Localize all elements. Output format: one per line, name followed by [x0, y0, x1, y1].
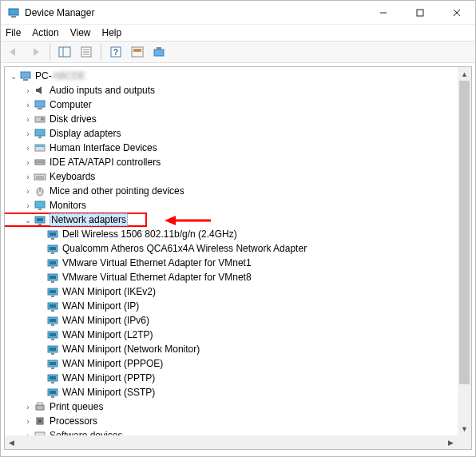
caret-collapsed-icon[interactable]: ›	[22, 187, 34, 196]
node-monitors[interactable]: › Monitors	[5, 198, 458, 213]
node-processors[interactable]: › Processors	[5, 414, 458, 428]
node-label: WAN Miniport (PPPOE)	[62, 358, 163, 369]
caret-collapsed-icon[interactable]: ›	[22, 403, 34, 411]
node-network-item[interactable]: VMware Virtual Ethernet Adapter for VMne…	[5, 270, 458, 284]
node-network-adapters[interactable]: ⌄ Network adapters	[5, 213, 147, 227]
node-network-item[interactable]: WAN Miniport (IPv6)	[5, 313, 458, 328]
node-disk[interactable]: › Disk drives	[5, 112, 458, 126]
ide-icon	[34, 156, 46, 169]
svg-rect-59	[51, 324, 54, 326]
svg-rect-24	[35, 129, 45, 136]
cpu-icon	[34, 415, 46, 427]
node-network-item[interactable]: WAN Miniport (IP)	[5, 299, 458, 313]
svg-rect-76	[36, 405, 44, 410]
scroll-up-icon[interactable]: ▲	[458, 67, 471, 81]
node-ide[interactable]: › IDE ATA/ATAPI controllers	[5, 155, 458, 169]
scan-button[interactable]	[128, 43, 147, 61]
node-software-devices[interactable]: › Software devices	[5, 428, 458, 435]
svg-rect-77	[38, 403, 42, 405]
node-network-item[interactable]: WAN Miniport (PPPOE)	[5, 356, 458, 371]
window-title: Device Manager	[25, 7, 365, 18]
caret-expanded-icon[interactable]: ⌄	[22, 216, 34, 225]
network-adapter-icon	[46, 228, 59, 240]
menu-help[interactable]: Help	[102, 27, 122, 38]
toolbar-separator	[50, 44, 50, 60]
caret-collapsed-icon[interactable]: ›	[22, 86, 34, 95]
help-button[interactable]: ?	[106, 43, 125, 61]
caret-collapsed-icon[interactable]: ›	[22, 417, 34, 426]
node-network-item[interactable]: WAN Miniport (PPTP)	[5, 371, 458, 385]
svg-rect-69	[50, 362, 56, 365]
minimize-button[interactable]	[365, 1, 402, 25]
vertical-scrollbar[interactable]: ▲ ▼	[458, 67, 471, 435]
node-label: Keyboards	[50, 171, 95, 182]
forward-button[interactable]	[26, 43, 45, 61]
node-network-item[interactable]: WAN Miniport (SSTP)	[5, 385, 458, 399]
node-root[interactable]: ⌄ PC- ABCDE	[5, 69, 458, 83]
node-network-item[interactable]: WAN Miniport (Network Monitor)	[5, 342, 458, 356]
scan-hardware-button[interactable]	[149, 43, 169, 61]
caret-collapsed-icon[interactable]: ›	[22, 173, 34, 181]
node-network-item[interactable]: Qualcomm Atheros QCA61x4A Wireless Netwo…	[5, 241, 458, 256]
node-keyboards[interactable]: › Keyboards	[5, 169, 458, 184]
properties-button[interactable]	[77, 43, 96, 61]
network-adapter-icon	[46, 300, 59, 312]
scroll-down-icon[interactable]: ▼	[458, 422, 471, 435]
computer-icon	[34, 98, 46, 111]
menu-file[interactable]: File	[6, 27, 21, 38]
svg-rect-42	[50, 232, 56, 236]
caret-collapsed-icon[interactable]: ›	[22, 101, 34, 109]
svg-rect-54	[50, 290, 56, 293]
caret-collapsed-icon[interactable]: ›	[22, 201, 34, 210]
scroll-track[interactable]	[458, 81, 471, 422]
node-hid[interactable]: › Human Interface Devices	[5, 141, 458, 155]
svg-rect-15	[133, 49, 141, 52]
network-adapter-icon	[46, 328, 59, 341]
svg-rect-35	[35, 201, 45, 208]
caret-collapsed-icon[interactable]: ›	[22, 129, 34, 138]
node-print-queues[interactable]: › Print queues	[5, 399, 458, 414]
back-button[interactable]	[4, 43, 23, 61]
toolbar: ?	[1, 41, 475, 63]
hid-icon	[34, 141, 46, 154]
caret-collapsed-icon[interactable]: ›	[22, 115, 34, 124]
node-mice[interactable]: › Mice and other pointing devices	[5, 184, 458, 198]
node-computer[interactable]: › Computer	[5, 97, 458, 112]
display-icon	[34, 127, 46, 140]
scroll-right-icon[interactable]: ▶	[444, 435, 458, 449]
svg-rect-41	[51, 238, 54, 240]
monitor-icon	[34, 199, 46, 212]
maximize-button[interactable]	[402, 1, 438, 25]
scroll-left-icon[interactable]: ◀	[5, 435, 18, 449]
scroll-thumb[interactable]	[459, 81, 470, 384]
node-display[interactable]: › Display adapters	[5, 126, 458, 141]
svg-rect-50	[51, 281, 54, 283]
node-audio[interactable]: › Audio inputs and outputs	[5, 83, 458, 97]
caret-collapsed-icon[interactable]: ›	[22, 144, 34, 153]
svg-point-23	[41, 117, 44, 121]
svg-rect-53	[51, 296, 54, 297]
node-network-item[interactable]: WAN Miniport (IKEv2)	[5, 284, 458, 299]
svg-rect-51	[50, 276, 56, 279]
menu-action[interactable]: Action	[32, 27, 58, 38]
audio-icon	[34, 84, 46, 97]
software-icon	[34, 429, 46, 435]
node-label: Software devices	[50, 430, 122, 435]
svg-rect-79	[38, 419, 42, 423]
device-tree[interactable]: ⌄ PC- ABCDE › Audio inputs and outputs ›…	[5, 67, 458, 435]
caret-expanded-icon[interactable]: ⌄	[8, 72, 19, 81]
caret-collapsed-icon[interactable]: ›	[22, 158, 34, 167]
close-button[interactable]	[438, 1, 475, 25]
menu-bar: File Action View Help	[1, 25, 475, 41]
svg-rect-36	[38, 209, 42, 210]
svg-rect-75	[50, 391, 56, 394]
menu-view[interactable]: View	[70, 27, 91, 38]
svg-rect-25	[38, 137, 42, 138]
node-network-item[interactable]: WAN Miniport (L2TP)	[5, 328, 458, 342]
horizontal-scrollbar[interactable]: ◀ ▶	[5, 435, 458, 449]
node-label: Print queues	[50, 401, 103, 412]
node-network-item[interactable]: VMware Virtual Ethernet Adapter for VMne…	[5, 256, 458, 270]
node-network-item[interactable]: Dell Wireless 1506 802.11b/g/n (2.4GHz)	[5, 227, 458, 241]
scroll-track[interactable]	[18, 435, 444, 449]
show-hide-console-button[interactable]	[55, 43, 74, 61]
